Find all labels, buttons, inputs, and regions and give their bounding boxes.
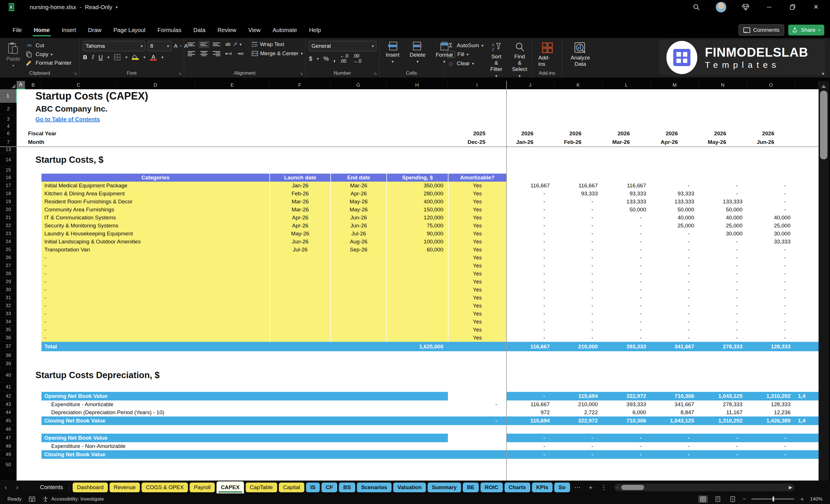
monthly-value-cell[interactable]: - (699, 246, 747, 254)
monthly-value-cell[interactable]: - (747, 302, 795, 310)
row-header[interactable] (0, 471, 17, 480)
cell[interactable] (795, 278, 819, 286)
dep-row-label[interactable]: Expenditure - Non-Amortizable (41, 442, 269, 450)
cell[interactable] (25, 214, 41, 222)
monthly-value-cell[interactable]: - (554, 270, 602, 278)
increase-decimal-button[interactable]: ←.0.00 (340, 54, 348, 64)
amortizable-cell[interactable]: Yes (448, 238, 506, 246)
row-header[interactable]: 31 (0, 294, 17, 302)
cell[interactable] (17, 174, 25, 182)
monthly-value-cell[interactable]: 93,333 (651, 190, 699, 198)
monthly-value-cell[interactable]: 133,333 (699, 198, 747, 206)
row-header[interactable]: 26 (0, 254, 17, 262)
cell[interactable] (25, 206, 41, 214)
header-categories[interactable]: Categories (41, 174, 269, 182)
sheet-tab-captable[interactable]: CapTable (246, 482, 277, 492)
monthly-value-cell[interactable]: - (506, 222, 554, 230)
cell[interactable] (17, 392, 25, 401)
row-header[interactable]: 18 (0, 190, 17, 198)
value-cell[interactable]: - (506, 442, 554, 450)
cell[interactable] (795, 326, 819, 334)
amortizable-cell[interactable]: Yes (448, 302, 506, 310)
monthly-value-cell[interactable]: - (506, 318, 554, 326)
row-header[interactable]: 20 (0, 206, 17, 214)
cell[interactable] (25, 310, 41, 318)
fill-color-button[interactable] (132, 55, 139, 60)
cell[interactable] (795, 408, 819, 416)
cell[interactable] (17, 450, 25, 459)
monthly-value-cell[interactable]: - (651, 318, 699, 326)
monthly-value-cell[interactable]: - (554, 286, 602, 294)
launch-date-cell[interactable] (269, 294, 330, 302)
monthly-value-cell[interactable]: 133,333 (602, 198, 651, 206)
value-cell[interactable]: 1,310,292 (747, 392, 795, 401)
spending-cell[interactable]: 150,000 (386, 206, 448, 214)
cell[interactable] (25, 190, 41, 198)
spending-cell[interactable]: 350,000 (386, 182, 448, 190)
launch-date-cell[interactable] (269, 286, 330, 294)
cell[interactable] (17, 286, 25, 294)
italic-button[interactable]: I (92, 54, 94, 61)
row-header[interactable]: 13 (0, 147, 17, 153)
row-header[interactable]: 1 (0, 89, 17, 103)
share-button[interactable]: Share ▾ (788, 25, 824, 35)
minimize-button[interactable]: ─ (765, 3, 773, 11)
launch-date-cell[interactable]: Jul-26 (269, 246, 330, 254)
value-cell[interactable]: 210,000 (554, 401, 602, 408)
fill-button[interactable]: ↓Fill▾ (447, 51, 483, 58)
month[interactable]: May-26 (682, 138, 731, 147)
monthly-value-cell[interactable]: 116,667 (602, 182, 651, 190)
table-of-contents-link[interactable]: Go to Table of Contents (25, 115, 819, 124)
monthly-value-cell[interactable]: - (747, 206, 795, 214)
value-cell[interactable]: 11,167 (699, 408, 747, 416)
amortizable-cell[interactable]: Yes (448, 294, 506, 302)
amortizable-cell[interactable]: Yes (448, 254, 506, 262)
amortizable-cell[interactable]: Yes (448, 334, 506, 342)
monthly-value-cell[interactable]: - (602, 214, 651, 222)
tabs-next-icon[interactable]: › (11, 483, 23, 492)
value-cell[interactable]: - (602, 450, 651, 459)
value-cell[interactable] (448, 392, 506, 401)
amortizable-cell[interactable]: Yes (448, 182, 506, 190)
sheet-tab-bs[interactable]: BS (339, 482, 355, 492)
monthly-value-cell[interactable]: - (602, 326, 651, 334)
value-cell[interactable] (448, 434, 506, 442)
row-header[interactable]: 33 (0, 310, 17, 318)
bold-button[interactable]: B (83, 54, 87, 61)
end-date-cell[interactable] (330, 318, 386, 326)
find-select-button[interactable]: Find & Select ▾ (509, 41, 530, 80)
cell[interactable] (25, 342, 41, 351)
monthly-value-cell[interactable]: - (699, 278, 747, 286)
monthly-value-cell[interactable]: - (554, 294, 602, 302)
row-header[interactable]: 17 (0, 182, 17, 190)
monthly-value-cell[interactable]: - (699, 254, 747, 262)
cell[interactable] (269, 434, 448, 442)
monthly-value-cell[interactable]: - (651, 182, 699, 190)
monthly-value-cell[interactable]: - (602, 286, 651, 294)
cell[interactable] (269, 401, 448, 408)
monthly-value-cell[interactable]: 116,667 (554, 182, 602, 190)
monthly-value-cell[interactable]: - (506, 246, 554, 254)
column-header-G[interactable]: G (330, 81, 386, 89)
amortizable-cell[interactable]: Yes (448, 198, 506, 206)
cell[interactable] (25, 270, 41, 278)
monthly-value-cell[interactable]: - (602, 334, 651, 342)
cell[interactable] (795, 222, 819, 230)
merge-center-button[interactable]: Merge & Center▾ (252, 50, 303, 57)
monthly-value-cell[interactable]: - (602, 310, 651, 318)
end-date-cell[interactable]: Jun-26 (330, 222, 386, 230)
value-cell[interactable]: 972 (506, 408, 554, 416)
sheet-tab-payroll[interactable]: Payroll (190, 482, 215, 492)
end-date-cell[interactable]: Jul-26 (330, 230, 386, 238)
column-header-I[interactable]: I (448, 81, 506, 89)
monthly-value-cell[interactable]: - (651, 334, 699, 342)
monthly-value-cell[interactable]: - (506, 262, 554, 270)
grow-font-button[interactable]: A˄ (174, 41, 182, 51)
column-header-H[interactable]: H (386, 81, 448, 89)
monthly-value-cell[interactable]: 93,333 (602, 190, 651, 198)
paste-button[interactable]: Paste ▾ (3, 41, 23, 69)
menu-tab-data[interactable]: Data (189, 25, 210, 35)
launch-date-cell[interactable]: May-26 (269, 230, 330, 238)
comments-button[interactable]: Comments (738, 24, 784, 36)
row-header[interactable]: 29 (0, 278, 17, 286)
